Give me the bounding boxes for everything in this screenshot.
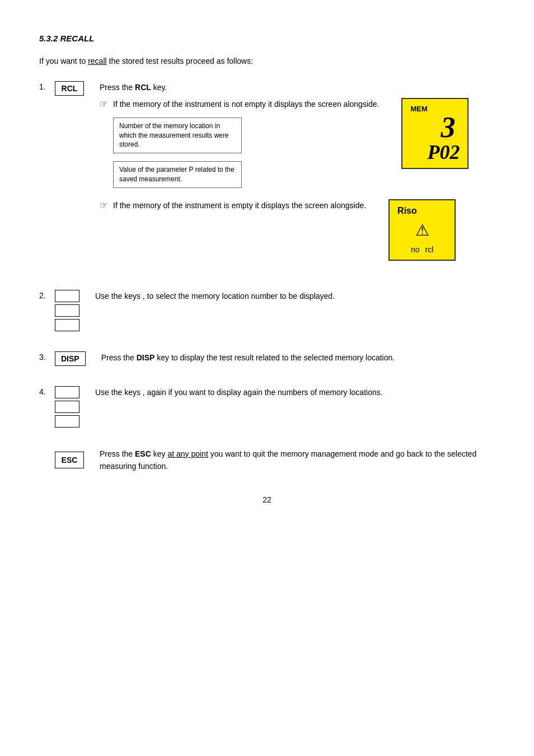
- riso-screen: Riso ⚠ no rcl: [388, 199, 456, 261]
- step-4: 4. Use the keys , again if you want to d…: [39, 386, 495, 428]
- annotation-box-1: Number of the memory location in which t…: [113, 118, 242, 153]
- annotation-boxes: Number of the memory location in which t…: [113, 118, 379, 188]
- down-key-4[interactable]: [55, 401, 79, 413]
- step-4-content: Use the keys , again if you want to disp…: [95, 386, 495, 398]
- step-4-text: Use the keys , again if you want to disp…: [95, 386, 495, 398]
- step-4-number: 4.: [39, 386, 55, 396]
- intro-link: recall: [88, 57, 106, 65]
- step-1-text: Press the: [100, 83, 135, 92]
- step-1-substeps: ☞ If the memory of the instrument is not…: [100, 98, 495, 260]
- substep-1b-pair: If the memory of the instrument is empty…: [113, 199, 495, 261]
- step-1: 1. RCL Press the RCL key. ☞ If the memor…: [39, 81, 495, 270]
- down-key-4b[interactable]: [55, 415, 79, 428]
- step-3-content: Press the DISP key to display the test r…: [101, 351, 495, 364]
- esc-text-middle: key: [151, 449, 168, 458]
- esc-key[interactable]: ESC: [55, 452, 84, 468]
- step-2-number: 2.: [39, 290, 55, 300]
- esc-step-content: Press the ESC key at any point you want …: [100, 448, 495, 473]
- step-3-text: Press the DISP key to display the test r…: [101, 351, 495, 364]
- step-1-key-inline: RCL: [135, 83, 151, 92]
- intro-text-before: If you want to: [39, 57, 88, 65]
- esc-text-before: Press the: [100, 449, 135, 458]
- substep-1b-content: If the memory of the instrument is empty…: [113, 199, 495, 261]
- rcl-key[interactable]: RCL: [55, 81, 84, 96]
- substep-1a-text-col: If the memory of the instrument is not e…: [113, 98, 379, 187]
- finger-icon-1b: ☞: [100, 200, 107, 210]
- substep-1a-content: If the memory of the instrument is not e…: [113, 98, 495, 187]
- step-3-text-after: key to display the test result related t…: [154, 353, 395, 362]
- substep-1a: ☞ If the memory of the instrument is not…: [100, 98, 495, 187]
- page-number: 22: [39, 495, 495, 504]
- down-key-2[interactable]: [55, 319, 79, 331]
- intro-paragraph: If you want to recall the stored test re…: [39, 57, 495, 65]
- up-key-4[interactable]: [55, 386, 79, 398]
- warning-icon: ⚠: [415, 221, 429, 240]
- substep-1b: ☞ If the memory of the instrument is emp…: [100, 199, 495, 261]
- step-3-key-inline: DISP: [137, 353, 155, 362]
- mem-label: MEM: [410, 105, 427, 113]
- disp-key[interactable]: DISP: [55, 351, 86, 366]
- riso-no: no: [411, 245, 420, 254]
- down-key[interactable]: [55, 304, 79, 317]
- step-2: 2. Use the keys , to select the memory l…: [39, 290, 495, 331]
- step-3-number: 3.: [39, 351, 55, 361]
- step-1-main-text: Press the RCL key.: [100, 81, 495, 93]
- substep-1b-text: If the memory of the instrument is empty…: [113, 199, 366, 212]
- esc-step-number: [39, 459, 55, 461]
- intro-text-after: the stored test results proceed as follo…: [107, 57, 253, 65]
- step-2-content: Use the keys , to select the memory loca…: [95, 290, 495, 302]
- step-3-key-area: DISP: [55, 351, 101, 366]
- step-1-key-area: RCL: [55, 81, 100, 96]
- esc-underline: at any point: [167, 449, 208, 458]
- substep-1a-text: If the memory of the instrument is not e…: [113, 98, 379, 110]
- step-2-text: Use the keys , to select the memory loca…: [95, 290, 495, 302]
- step-1-number: 1.: [39, 81, 55, 91]
- esc-key-area: ESC: [55, 452, 100, 468]
- step-1-text-after: key.: [151, 83, 167, 92]
- substep-1a-pair: If the memory of the instrument is not e…: [113, 98, 495, 187]
- esc-step-text: Press the ESC key at any point you want …: [100, 448, 495, 473]
- esc-key-inline: ESC: [135, 449, 151, 458]
- section-title: 5.3.2 RECALL: [39, 34, 495, 43]
- step-1-content: Press the RCL key. ☞ If the memory of th…: [100, 81, 495, 270]
- mem-pcode: P02: [427, 142, 460, 162]
- mem-screen: MEM 3 P02: [401, 98, 469, 169]
- annotation-box-2: Value of the parameter P related to the …: [113, 161, 242, 188]
- finger-icon-1a: ☞: [100, 98, 107, 109]
- esc-step: ESC Press the ESC key at any point you w…: [39, 448, 495, 473]
- mem-number: 3: [441, 113, 455, 142]
- step-3-text-before: Press the: [101, 353, 137, 362]
- step-4-key-stack: [55, 386, 79, 428]
- step-3: 3. DISP Press the DISP key to display th…: [39, 351, 495, 366]
- step-2-key-stack: [55, 290, 79, 331]
- no-rcl-row: no rcl: [411, 245, 433, 254]
- riso-label: Riso: [397, 206, 417, 216]
- up-key[interactable]: [55, 290, 79, 302]
- riso-rcl: rcl: [425, 245, 434, 254]
